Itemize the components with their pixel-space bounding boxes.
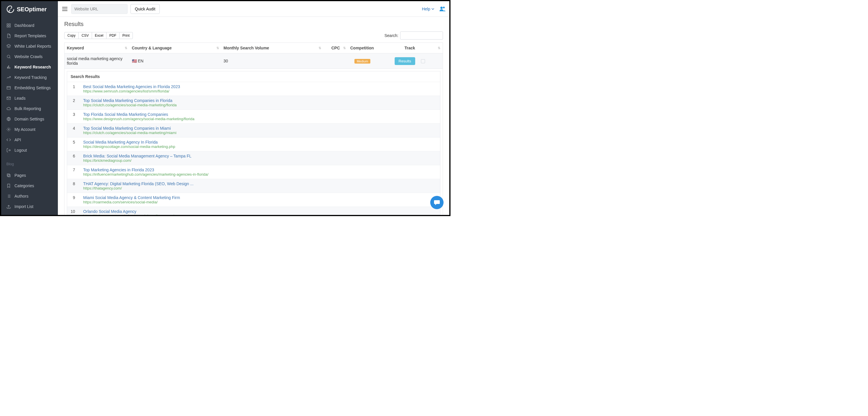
serp-title-link[interactable]: Orlando Social Media Agency	[83, 209, 437, 214]
users-icon[interactable]	[439, 5, 446, 12]
cell-competition: Medium	[348, 54, 377, 69]
sidebar-item-dashboard[interactable]: Dashboard	[1, 20, 58, 31]
col-track[interactable]: Track⇅	[377, 43, 443, 54]
file-icon	[6, 34, 11, 38]
serp-heading: Search Results	[67, 71, 440, 82]
serp-rank: 9	[67, 193, 80, 207]
trend-icon	[6, 75, 11, 80]
upload-icon	[6, 204, 11, 209]
sidebar-item-my-account[interactable]: My Account	[1, 124, 58, 135]
cell-country: 🇺🇸EN	[130, 54, 221, 69]
export-csv-button[interactable]: CSV	[79, 32, 92, 39]
sidebar-item-pages[interactable]: Pages	[1, 170, 58, 180]
serp-title-link[interactable]: Brick Media: Social Media Management Age…	[83, 154, 437, 158]
serp-title-link[interactable]: Best Social Media Marketing Agencies in …	[83, 84, 437, 89]
serp-url-link[interactable]: https://designscottage.com/social-media-…	[83, 144, 437, 149]
logout-icon	[6, 148, 11, 152]
copy-icon	[6, 173, 11, 178]
sidebar-item-domain-settings[interactable]: Domain Settings	[1, 114, 58, 124]
serp-row: 6Brick Media: Social Media Management Ag…	[67, 151, 440, 165]
sidebar-item-import-list[interactable]: Import List	[1, 201, 58, 212]
embed-icon	[6, 85, 11, 90]
serp-url-link[interactable]: https://brickmediagroup.com/	[83, 158, 437, 163]
hamburger-icon[interactable]	[61, 5, 68, 12]
serp-url-link[interactable]: https://thatagency.com/	[83, 186, 437, 190]
competition-badge: Medium	[354, 59, 370, 64]
sidebar: SEOptimer DashboardReport TemplatesWhite…	[1, 1, 58, 215]
sidebar-section-blog: Blog	[1, 158, 58, 167]
sidebar-item-label: Website Crawls	[14, 54, 42, 59]
serp-row: 9Miami Social Media Agency & Content Mar…	[67, 193, 440, 207]
results-button[interactable]: Results	[395, 57, 415, 65]
sidebar-item-label: API	[14, 138, 21, 142]
svg-marker-4	[7, 44, 10, 46]
export-pdf-button[interactable]: PDF	[106, 32, 120, 39]
serp-rank: 1	[67, 82, 80, 96]
sidebar-item-label: Logout	[14, 148, 27, 152]
chat-icon	[433, 199, 440, 206]
brand-logo[interactable]: SEOptimer	[1, 1, 58, 18]
sidebar-item-label: My Account	[14, 127, 35, 132]
serp-row: 3Top Florida Social Media Marketing Comp…	[67, 110, 440, 124]
help-link[interactable]: Help	[422, 7, 434, 11]
serp-url-link[interactable]: https://thriveagency.com/orlando-social-…	[83, 214, 437, 215]
serp-title-link[interactable]: THAT Agency: Digital Marketing Florida (…	[83, 181, 437, 186]
serp-url-link[interactable]: https://www.designrush.com/agency/social…	[83, 117, 437, 121]
col-volume[interactable]: Monthly Search Volume⇅	[221, 43, 323, 54]
sort-icon: ⇅	[343, 46, 346, 50]
sidebar-item-keyword-research[interactable]: Keyword Research	[1, 62, 58, 72]
search-input[interactable]	[400, 32, 443, 40]
col-competition[interactable]: Competition	[348, 43, 377, 54]
serp-row: 7Top Marketing Agencies in Florida 2023h…	[67, 165, 440, 179]
cell-cpc	[323, 54, 348, 69]
sidebar-item-logout[interactable]: Logout	[1, 145, 58, 155]
serp-title-link[interactable]: Top Marketing Agencies in Florida 2023	[83, 168, 437, 172]
serp-title-link[interactable]: Social Media Marketing Agency In Florida	[83, 140, 437, 144]
website-url-input[interactable]	[71, 4, 128, 14]
page-title: Results	[64, 21, 443, 28]
logo-icon	[6, 5, 14, 13]
serp-url-link[interactable]: https://clutch.co/agencies/social-media-…	[83, 131, 437, 135]
export-buttons: CopyCSVExcelPDFPrint	[64, 32, 133, 39]
track-checkbox[interactable]	[421, 59, 425, 63]
search-label: Search:	[384, 33, 398, 38]
serp-table: 1Best Social Media Marketing Agencies in…	[67, 82, 440, 215]
gear-icon	[6, 127, 11, 132]
brand-name: SEOptimer	[17, 6, 46, 13]
export-print-button[interactable]: Print	[119, 32, 133, 39]
export-copy-button[interactable]: Copy	[64, 32, 79, 39]
serp-title-link[interactable]: Top Social Media Marketing Companies in …	[83, 98, 437, 103]
quick-audit-button[interactable]: Quick Audit	[130, 4, 160, 14]
sidebar-item-api[interactable]: API	[1, 135, 58, 145]
serp-url-link[interactable]: https://clutch.co/agencies/social-media-…	[83, 103, 437, 107]
col-cpc[interactable]: CPC⇅	[323, 43, 348, 54]
topbar: Quick Audit Help	[58, 1, 450, 17]
sidebar-item-embedding-settings[interactable]: Embedding Settings	[1, 82, 58, 93]
sidebar-item-leads[interactable]: Leads	[1, 93, 58, 103]
sidebar-item-bulk-reporting[interactable]: Bulk Reporting	[1, 103, 58, 114]
col-keyword[interactable]: Keyword⇅	[64, 43, 130, 54]
serp-title-link[interactable]: Top Social Media Marketing Companies in …	[83, 126, 437, 131]
serp-rank: 10	[67, 207, 80, 215]
svg-rect-3	[9, 26, 10, 27]
serp-url-link[interactable]: https://www.semrush.com/agencies/list/sm…	[83, 89, 437, 93]
sidebar-item-authors[interactable]: Authors	[1, 191, 58, 201]
serp-title-link[interactable]: Top Florida Social Media Marketing Compa…	[83, 112, 437, 117]
sidebar-item-website-crawls[interactable]: Website Crawls	[1, 51, 58, 62]
serp-url-link[interactable]: https://roarmedia.com/services/social-me…	[83, 200, 437, 204]
cloud-icon	[6, 106, 11, 111]
col-country[interactable]: Country & Language⇅	[130, 43, 221, 54]
sidebar-item-white-label-reports[interactable]: White Label Reports	[1, 41, 58, 51]
sidebar-item-report-templates[interactable]: Report Templates	[1, 31, 58, 41]
results-table: Keyword⇅ Country & Language⇅ Monthly Sea…	[64, 42, 443, 215]
serp-title-link[interactable]: Miami Social Media Agency & Content Mark…	[83, 195, 437, 200]
chat-widget[interactable]	[430, 196, 443, 209]
serp-panel: Search Results1Best Social Media Marketi…	[67, 71, 440, 215]
sidebar-item-categories[interactable]: Categories	[1, 180, 58, 191]
serp-url-link[interactable]: https://influencermarketinghub.com/agenc…	[83, 172, 437, 176]
export-excel-button[interactable]: Excel	[92, 32, 106, 39]
serp-row: 5Social Media Marketing Agency In Florid…	[67, 138, 440, 151]
mail-icon	[6, 96, 11, 101]
sidebar-item-keyword-tracking[interactable]: Keyword Tracking	[1, 72, 58, 82]
serp-rank: 3	[67, 110, 80, 124]
